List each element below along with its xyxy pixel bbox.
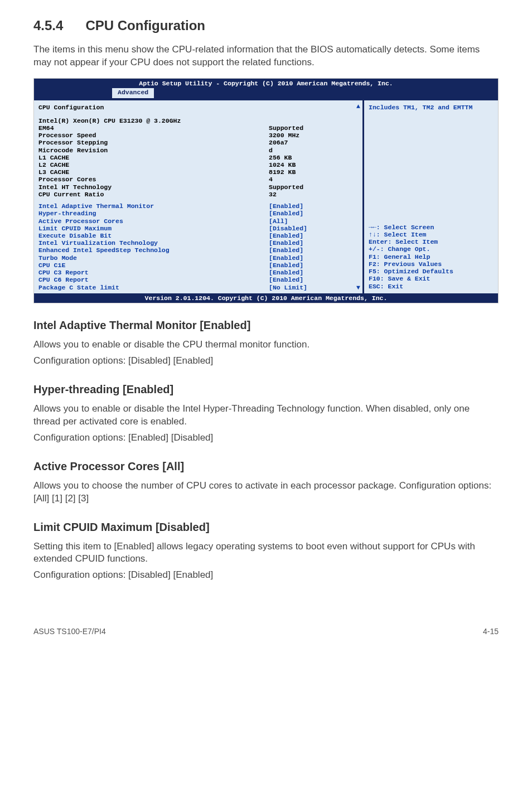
- section-title: CPU Configuration: [85, 18, 205, 33]
- bios-footer-bar: Version 2.01.1204. Copyright (C) 2010 Am…: [34, 293, 498, 303]
- bios-setting-label: CPU C6 Report: [38, 276, 269, 283]
- bios-info-row: L3 CACHE8192 KB: [38, 168, 358, 176]
- bios-info-row: Processor Stepping206a7: [38, 139, 358, 146]
- scroll-up-icon: ▲: [356, 103, 360, 110]
- doc-paragraph: Allows you to enable or disable the Inte…: [33, 403, 499, 428]
- bios-info-row: L1 CACHE256 KB: [38, 154, 358, 161]
- bios-setting-value: [Enabled]: [269, 239, 358, 247]
- doc-paragraph: Setting this item to [Enabled] allows le…: [33, 540, 499, 566]
- bios-title-bar: Aptio Setup Utility - Copyright (C) 2010…: [34, 79, 498, 88]
- bios-setting-row: CPU C6 Report[Enabled]: [38, 276, 358, 283]
- bios-info-row: Intel HT TechnologySupported: [38, 183, 358, 191]
- bios-key-hint: F1: General Help: [369, 253, 494, 260]
- bios-setting-label: Turbo Mode: [38, 254, 269, 262]
- bios-setting-row: Execute Disable Bit[Enabled]: [38, 232, 358, 239]
- bios-setting-row: Intel Virtualization Technology[Enabled]: [38, 239, 358, 247]
- bios-info-row: L2 CACHE1024 KB: [38, 161, 358, 168]
- bios-setting-label: Intel Virtualization Technology: [38, 239, 269, 247]
- bios-key-hint: Enter: Select Item: [369, 238, 494, 245]
- bios-setting-value: [No Limit]: [269, 284, 358, 291]
- page-heading: 4.5.4CPU Configuration: [33, 17, 499, 35]
- bios-setting-label: Intel Adaptive Thermal Monitor: [38, 202, 269, 210]
- bios-setting-value: [Enabled]: [269, 232, 358, 239]
- bios-info-label: Processor Speed: [38, 132, 269, 139]
- bios-info-value: d: [269, 147, 358, 154]
- bios-info-row: Processor Speed3200 MHz: [38, 132, 358, 139]
- bios-key-help: →←: Select Screen↑↓: Select ItemEnter: S…: [369, 224, 494, 290]
- tab-spacer: [34, 88, 112, 98]
- bios-setting-label: Hyper-threading: [38, 210, 269, 217]
- doc-paragraph: Allows you to choose the number of CPU c…: [33, 480, 499, 505]
- doc-paragraph: Configuration options: [Enabled] [Disabl…: [33, 432, 499, 445]
- bios-setting-value: [Disabled]: [269, 225, 358, 232]
- bios-info-value: [269, 117, 358, 124]
- bios-info-value: 206a7: [269, 139, 358, 146]
- bios-setting-label: Limit CPUID Maximum: [38, 225, 269, 232]
- bios-setting-label: Execute Disable Bit: [38, 232, 269, 239]
- bios-setting-row: Turbo Mode[Enabled]: [38, 254, 358, 262]
- bios-info-label: Intel HT Technology: [38, 183, 269, 191]
- bios-info-value: Supported: [269, 124, 358, 132]
- bios-key-hint: F10: Save & Exit: [369, 275, 494, 282]
- doc-subheading: Intel Adaptive Thermal Monitor [Enabled]: [33, 318, 499, 333]
- bios-setting-label: CPU C3 Report: [38, 269, 269, 276]
- bios-setting-label: CPU C1E: [38, 262, 269, 269]
- bios-setting-value: [Enabled]: [269, 202, 358, 210]
- bios-setting-value: [Enabled]: [269, 254, 358, 262]
- doc-paragraph: Configuration options: [Disabled] [Enabl…: [33, 569, 499, 582]
- bios-info-row: EM64Supported: [38, 124, 358, 132]
- bios-key-hint: ESC: Exit: [369, 283, 494, 290]
- bios-info-label: Processor Stepping: [38, 139, 269, 146]
- bios-setting-row: Enhanced Intel SpeedStep Technolog[Enabl…: [38, 247, 358, 254]
- spacer: [38, 198, 358, 202]
- bios-setting-value: [Enabled]: [269, 210, 358, 217]
- bios-info-label: Intel(R) Xeon(R) CPU E31230 @ 3.20GHz: [38, 117, 269, 124]
- bios-setting-value: [Enabled]: [269, 276, 358, 283]
- bios-body: ▲ CPU Configuration Intel(R) Xeon(R) CPU…: [34, 99, 498, 293]
- bios-left-panel: ▲ CPU Configuration Intel(R) Xeon(R) CPU…: [34, 100, 364, 293]
- bios-screenshot: Aptio Setup Utility - Copyright (C) 2010…: [33, 78, 499, 303]
- bios-info-label: CPU Current Ratio: [38, 191, 269, 198]
- intro-paragraph: The items in this menu show the CPU-rela…: [33, 44, 499, 69]
- bios-tab-advanced: Advanced: [112, 88, 154, 98]
- scroll-down-icon: ▼: [356, 284, 360, 291]
- bios-setting-label: Package C State limit: [38, 284, 269, 291]
- bios-setting-label: Active Processor Cores: [38, 218, 269, 225]
- bios-setting-row: Hyper-threading[Enabled]: [38, 210, 358, 217]
- bios-info-label: EM64: [38, 124, 269, 132]
- bios-setting-row: CPU C1E[Enabled]: [38, 262, 358, 269]
- doc-paragraph: Allows you to enable or disable the CPU …: [33, 339, 499, 351]
- bios-info-label: Microcode Revision: [38, 147, 269, 154]
- bios-key-hint: F5: Optimized Defaults: [369, 268, 494, 275]
- bios-key-hint: →←: Select Screen: [369, 224, 494, 231]
- doc-subheading: Limit CPUID Maximum [Disabled]: [33, 520, 499, 535]
- bios-info-label: L2 CACHE: [38, 161, 269, 168]
- bios-info-row: Processor Cores4: [38, 176, 358, 183]
- bios-info-label: L3 CACHE: [38, 168, 269, 176]
- bios-info-row: CPU Current Ratio32: [38, 191, 358, 198]
- doc-paragraph: Configuration options: [Disabled] [Enabl…: [33, 355, 499, 368]
- bios-help-panel: Includes TM1, TM2 and EMTTM →←: Select S…: [364, 100, 498, 293]
- bios-info-value: 32: [269, 191, 358, 198]
- section-number: 4.5.4: [33, 17, 63, 35]
- bios-info-value: 4: [269, 176, 358, 183]
- bios-setting-row: Limit CPUID Maximum[Disabled]: [38, 225, 358, 232]
- bios-tab-row: Advanced: [34, 88, 498, 99]
- bios-info-value: 8192 KB: [269, 168, 358, 176]
- bios-info-row: Microcode Revisiond: [38, 147, 358, 154]
- bios-info-value: 3200 MHz: [269, 132, 358, 139]
- page-footer: ASUS TS100-E7/PI4 4-15: [33, 626, 499, 637]
- bios-info-row: Intel(R) Xeon(R) CPU E31230 @ 3.20GHz: [38, 117, 358, 124]
- bios-setting-value: [Enabled]: [269, 247, 358, 254]
- footer-left: ASUS TS100-E7/PI4: [33, 626, 106, 637]
- bios-help-text: Includes TM1, TM2 and EMTTM: [369, 104, 494, 111]
- bios-setting-row: Intel Adaptive Thermal Monitor[Enabled]: [38, 202, 358, 210]
- doc-subheading: Active Processor Cores [All]: [33, 459, 499, 474]
- spacer: [38, 113, 358, 117]
- bios-info-value: Supported: [269, 183, 358, 191]
- bios-info-value: 1024 KB: [269, 161, 358, 168]
- bios-info-value: 256 KB: [269, 154, 358, 161]
- bios-key-hint: F2: Previous Values: [369, 260, 494, 268]
- bios-key-hint: +/-: Change Opt.: [369, 245, 494, 253]
- bios-key-hint: ↑↓: Select Item: [369, 231, 494, 238]
